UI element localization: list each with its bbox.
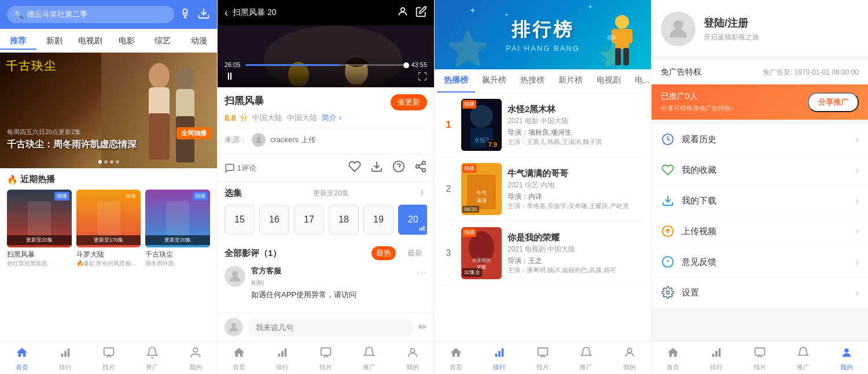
panel4-ranking-item[interactable]: 排行 (695, 346, 738, 372)
ranking-tab-more[interactable]: 电... (628, 69, 651, 92)
episode-16[interactable]: 16 (259, 205, 289, 235)
edit-pencil-icon[interactable]: ✏ (418, 321, 427, 334)
panel4-home-icon (652, 346, 695, 362)
menu-item-feedback[interactable]: 意见反馈 › (652, 247, 868, 277)
episodes-more-btn[interactable]: 》 (420, 188, 427, 198)
comments-tab-hot[interactable]: 最热 (372, 246, 396, 260)
svg-rect-48 (623, 48, 629, 65)
panel4-find-item[interactable]: 找片 (738, 346, 782, 372)
comments-section: 全部影评（1） 最热 最新 官方客服 ⋯ 刚刚 如遇任何APP使用异常，请访问 (218, 240, 434, 313)
comment-more-icon[interactable]: ⋯ (417, 266, 427, 279)
bottom-nav-promo-item[interactable]: 推广 (130, 346, 174, 372)
svg-rect-40 (285, 349, 287, 357)
progress-dot (403, 62, 409, 68)
avatar-icon-header (397, 6, 409, 20)
progress-bar[interactable] (245, 64, 407, 66)
nav-tab-tv[interactable]: 电视剧 (72, 34, 109, 50)
comment-input-field[interactable] (248, 319, 414, 336)
profile-info: 登陆/注册 开启蓝猫影视之旅 (704, 16, 759, 42)
edit-icon-header[interactable] (415, 6, 427, 20)
nav-tab-new[interactable]: 新剧 (36, 34, 73, 50)
back-button[interactable]: ‹ (225, 7, 228, 19)
panel3-ranking-item[interactable]: 排行 (478, 346, 521, 372)
episode-18[interactable]: 18 (329, 205, 359, 235)
nav-tab-anime[interactable]: 动漫 (181, 34, 218, 50)
video-player[interactable]: 26:05 43:55 ⏸ ⛶ (218, 25, 434, 87)
ranking-tab-rise[interactable]: 飙升榜 (475, 69, 513, 92)
like-icon[interactable] (348, 160, 361, 176)
bottom-nav-find-item[interactable]: 找片 (87, 346, 130, 372)
help-icon[interactable] (392, 160, 405, 176)
menu-item-history[interactable]: 观看历史 › (652, 124, 868, 155)
hero-banner[interactable]: 千古玦尘 每周四五六日20点更新2集 千古玦尘：周冬雨许凯虚恋情深 全网独播 (0, 53, 217, 168)
panel4-promo-item[interactable]: 推广 (781, 346, 825, 372)
nav-tab-movie[interactable]: 电影 (109, 34, 145, 50)
panel3-find-label: 找片 (521, 363, 565, 372)
fullscreen-icon[interactable]: ⛶ (418, 72, 427, 82)
menu-item-favorites[interactable]: 我的收藏 › (652, 155, 868, 186)
panel3-promo-item[interactable]: 推广 (564, 346, 608, 372)
svg-text:你是我的: 你是我的 (472, 258, 491, 263)
panel2-promo-item[interactable]: 推广 (347, 346, 391, 372)
search-input[interactable]: 🔍 德云斗笑社第二季 (7, 6, 174, 23)
episodes-update: 更新至20集 (313, 188, 348, 198)
thumb-item-1[interactable]: 独播 更新至20集 扫黑风暴 孙红雷惩黑除恶 (7, 190, 72, 268)
thumb-item-3[interactable]: 独播 更新至20集 千古玦尘 周冬雨许凯 (145, 190, 210, 268)
ranking-item-3[interactable]: 3 你是我的 荣耀 独播 32集全 你是我的荣耀 2021 电视剧 中国大陆 导… (442, 221, 644, 286)
bottom-nav-home-item[interactable]: 首页 (0, 346, 43, 372)
rank-thumb-1: 水怪2 独播 7.9 (461, 99, 502, 151)
nav-tab-recommend[interactable]: 推荐 (0, 34, 36, 50)
promo-banner: 已推广0人 分享可得终身免广告特权› 分享推广 (652, 84, 868, 120)
bottom-nav-user-item[interactable]: 我的 (174, 346, 217, 372)
menu-item-upload[interactable]: 上传视频 › (652, 216, 868, 247)
rank-sub-1: 2021 电影 中国大陆 (507, 116, 644, 126)
menu-item-downloads[interactable]: 我的下载 › (652, 186, 868, 216)
ranking-item-1[interactable]: 1 水怪2 独播 7.9 水怪2黑木林 2021 电影 中国大陆 导演：项秋良,… (442, 93, 644, 157)
ranking-tab-tv[interactable]: 电视剧 (590, 69, 628, 92)
settings-label: 设置 (682, 287, 848, 298)
panel2-ranking-label: 排行 (261, 363, 304, 372)
feedback-label: 意见反馈 (682, 257, 848, 268)
update-button[interactable]: 催更新 (391, 94, 427, 110)
share-icon[interactable] (414, 160, 427, 176)
fire-icon: 🔥 (7, 175, 18, 185)
upload-arrow: › (855, 225, 859, 238)
episode-17[interactable]: 17 (294, 205, 324, 235)
ranking-item-2[interactable]: 2 牛气 满满 独播 08/30 牛气满满的哥哥 2021 综艺 内地 导演：内… (442, 157, 644, 221)
panel2-find-item[interactable]: 找片 (304, 346, 348, 372)
promo-button[interactable]: 分享推广 (808, 92, 859, 112)
intro-button[interactable]: 简介 › (322, 113, 341, 123)
thumb-badge-1: 独播 (54, 192, 69, 201)
rank-number-3: 3 (442, 248, 455, 258)
pause-icon[interactable]: ⏸ (225, 71, 235, 83)
episode-19[interactable]: 19 (363, 205, 393, 235)
comments-tab-new[interactable]: 最新 (403, 246, 427, 260)
download-icon[interactable] (197, 7, 210, 23)
ranking-tab-hot[interactable]: 热播榜 (437, 69, 475, 92)
thumb-item-2[interactable]: 独播 更新至170集 斗罗大陆 🔥爆款 所有的风景都不及你 (76, 190, 141, 268)
panel4-user-item[interactable]: 我的 (825, 346, 868, 372)
rank-title-3: 你是我的荣耀 (507, 232, 644, 243)
panel2-ranking-item[interactable]: 排行 (261, 346, 304, 372)
panel3-find-item[interactable]: 找片 (521, 346, 565, 372)
panel3-user-item[interactable]: 我的 (608, 346, 651, 372)
bottom-nav-ranking-item[interactable]: 排行 (43, 346, 87, 372)
ctrl-icons: ⏸ ⛶ (225, 71, 427, 83)
voice-search-icon[interactable] (179, 7, 192, 23)
panel3-home-item[interactable]: 首页 (435, 346, 478, 372)
ranking-tab-new[interactable]: 新片榜 (551, 69, 590, 92)
menu-item-settings[interactable]: 设置 › (652, 277, 868, 308)
panel4-ranking-icon (695, 346, 738, 362)
rank-director-3: 导演：王之 (507, 256, 644, 266)
episode-15[interactable]: 15 (225, 205, 255, 235)
nav-tab-variety[interactable]: 综艺 (145, 34, 181, 50)
svg-text:满满: 满满 (476, 198, 487, 203)
promo-note: 分享可得终身免广告特权› (661, 104, 733, 113)
ranking-tab-search[interactable]: 热搜榜 (513, 69, 551, 92)
panel2-home-item[interactable]: 首页 (218, 346, 261, 372)
download-action-icon[interactable] (370, 160, 383, 176)
episode-20[interactable]: 20 (398, 205, 427, 235)
panel4-home-item[interactable]: 首页 (652, 346, 695, 372)
panel2-user-item[interactable]: 我的 (391, 346, 434, 372)
panel2-ranking-icon (261, 346, 304, 362)
